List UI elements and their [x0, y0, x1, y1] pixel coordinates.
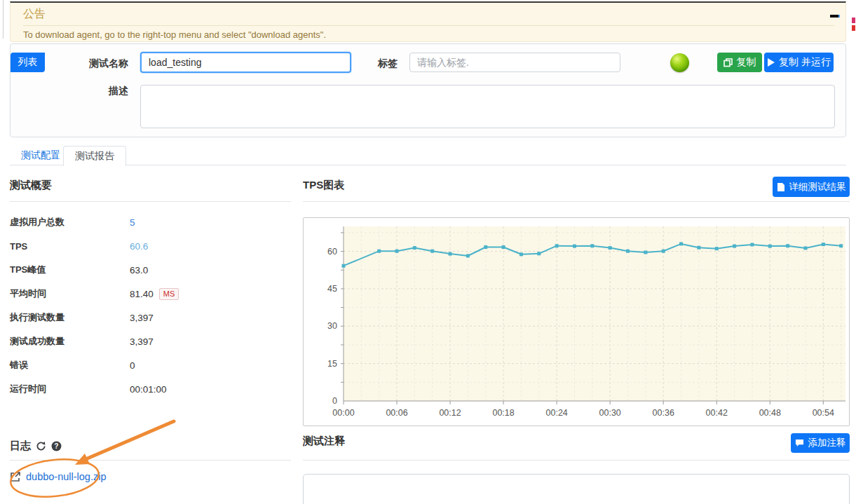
clone-button[interactable]: 复制	[717, 53, 762, 72]
stat-row: 平均时间81.40MS	[10, 282, 290, 306]
svg-text:00:24: 00:24	[546, 408, 568, 418]
tab-bar: 测试配置 测试报告	[10, 146, 846, 165]
svg-text:45: 45	[327, 284, 337, 294]
stat-value-text: 81.40	[130, 289, 154, 299]
test-header-form: 列表 测试名称 标签 复制 复制 并运行 描述	[10, 43, 846, 137]
document-icon	[777, 182, 785, 192]
announcement-panel: 公告 To download agent, go to the right-to…	[10, 1, 846, 42]
summary-stats-list: 虚拟用户总数5TPS60.6TPS峰值63.0平均时间81.40MS执行测试数量…	[10, 210, 290, 401]
ngrinder-test-report-page: 公告 To download agent, go to the right-to…	[0, 0, 856, 504]
comment-textarea[interactable]	[303, 474, 850, 504]
svg-text:00:06: 00:06	[386, 408, 407, 418]
stat-value-text: 0	[130, 360, 135, 371]
test-name-label: 测试名称	[11, 57, 128, 70]
stat-row: 虚拟用户总数5	[10, 210, 290, 234]
refresh-icon[interactable]	[36, 441, 46, 451]
stat-value: 3,397	[130, 313, 154, 323]
stat-row: TPS60.6	[10, 234, 290, 258]
clipped-right-content	[852, 25, 855, 31]
tps-chart-title: TPS图表	[303, 179, 344, 192]
unit-badge: MS	[159, 288, 179, 300]
copy-icon	[723, 58, 733, 67]
stat-label: 平均时间	[10, 287, 130, 300]
logs-header: 日志 ?	[10, 440, 62, 453]
stat-value-text: 00:01:00	[130, 384, 167, 395]
stat-label: 错误	[10, 359, 130, 372]
add-comment-button-label: 添加注释	[808, 437, 846, 449]
status-ball-green-icon	[670, 53, 689, 72]
clone-and-run-button-label: 复制 并运行	[779, 56, 831, 69]
summary-title: 测试概要	[10, 179, 52, 192]
window-edge-line	[3, 0, 4, 39]
svg-text:30: 30	[327, 321, 337, 331]
stat-row: 执行测试数量3,397	[10, 306, 290, 329]
clipped-right-content	[852, 18, 855, 23]
stat-value: 00:01:00	[130, 384, 167, 395]
stat-label: 运行时间	[10, 383, 130, 395]
stat-label: 测试成功数量	[10, 335, 130, 348]
stat-value-text: 3,397	[130, 313, 154, 323]
svg-text:00:54: 00:54	[813, 408, 834, 418]
tab-test-report[interactable]: 测试报告	[63, 146, 126, 166]
test-name-input[interactable]	[140, 52, 351, 73]
arrow-shaft	[84, 421, 174, 460]
clone-button-label: 复制	[737, 56, 756, 69]
divider	[23, 25, 834, 26]
comment-title: 测试注释	[303, 435, 345, 448]
tag-input[interactable]	[409, 53, 620, 72]
divider	[10, 201, 291, 202]
speech-bubble-icon	[795, 439, 804, 447]
stat-label: TPS峰值	[10, 264, 130, 276]
detailed-report-button-label: 详细测试结果	[789, 181, 846, 193]
log-file-link[interactable]: dubbo-null-log.zip	[26, 471, 106, 482]
minus-icon	[830, 15, 838, 18]
stat-value: 63.0	[130, 265, 148, 275]
svg-text:00:00: 00:00	[332, 408, 354, 418]
stat-label: 虚拟用户总数	[10, 216, 130, 229]
stat-row: 测试成功数量3,397	[10, 329, 290, 353]
stat-row: TPS峰值63.0	[10, 258, 290, 282]
svg-text:00:30: 00:30	[599, 408, 621, 418]
stat-label: TPS	[10, 241, 130, 252]
stat-label: 执行测试数量	[10, 311, 130, 324]
stat-value: 0	[130, 360, 135, 371]
description-textarea[interactable]	[140, 85, 835, 128]
svg-text:?: ?	[54, 442, 58, 450]
stat-value-text: 5	[130, 217, 135, 228]
svg-text:00:36: 00:36	[653, 408, 674, 418]
stat-value-text: 3,397	[130, 336, 154, 347]
svg-text:15: 15	[327, 359, 337, 369]
stat-row: 错误0	[10, 353, 290, 377]
svg-text:60: 60	[327, 247, 337, 257]
clone-and-run-button[interactable]: 复制 并运行	[764, 53, 834, 72]
announcement-title: 公告	[23, 7, 46, 22]
announcement-message: To download agent, go to the right-top m…	[23, 29, 326, 40]
svg-text:00:12: 00:12	[439, 408, 461, 418]
stat-row: 运行时间00:01:00	[10, 377, 290, 401]
svg-text:00:42: 00:42	[706, 408, 728, 418]
arrow-head-icon	[75, 454, 90, 465]
stat-value-text: 63.0	[130, 265, 148, 275]
tab-test-config[interactable]: 测试配置	[10, 146, 72, 165]
add-comment-button[interactable]: 添加注释	[791, 433, 850, 453]
tps-chart-container: 01530456000:0000:0600:1200:1800:2400:300…	[303, 217, 850, 426]
text-caret	[838, 15, 840, 18]
tag-label: 标签	[378, 57, 398, 70]
stat-value-text: 60.6	[130, 241, 148, 252]
divider	[303, 460, 850, 461]
svg-text:00:18: 00:18	[492, 408, 514, 418]
divider	[10, 460, 291, 461]
announcement-collapse-icon[interactable]	[830, 13, 841, 19]
tps-line-chart: 01530456000:0000:0600:1200:1800:2400:300…	[304, 218, 849, 425]
help-icon[interactable]: ?	[51, 441, 62, 451]
svg-text:00:48: 00:48	[759, 408, 781, 418]
svg-text:0: 0	[332, 396, 337, 406]
description-label: 描述	[11, 85, 128, 97]
stat-value: 5	[130, 217, 135, 228]
divider	[303, 201, 850, 202]
log-file-row: dubbo-null-log.zip	[10, 471, 106, 482]
external-link-icon[interactable]	[10, 471, 21, 482]
play-icon	[767, 58, 775, 67]
detailed-report-button[interactable]: 详细测试结果	[773, 177, 850, 197]
stat-value: 60.6	[130, 241, 148, 252]
